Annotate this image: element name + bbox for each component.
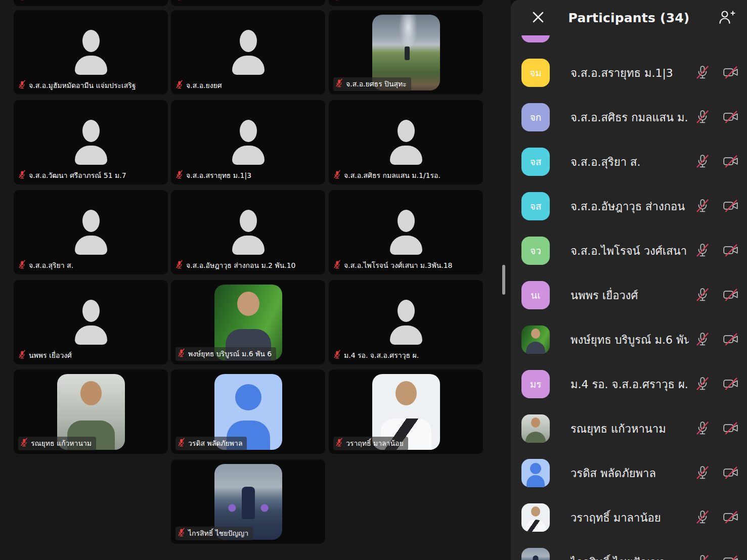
participant-name: จ.ส.อ.สรายุทธ ม.1|3 (570, 64, 689, 82)
participant-row[interactable]: จมจ.ส.อ.สรายุทธ ม.1|3 (511, 51, 747, 95)
participant-name: ม.4 รอ. จ.ส.อ.ศราวุธ ผ. (570, 376, 689, 393)
camera-muted-icon (722, 243, 739, 259)
mic-muted-button[interactable] (694, 420, 711, 437)
video-tile[interactable]: จ.ส.อ.ไพโรจน์ วงศ์เสนา ม.3พัน.18 (329, 190, 483, 274)
camera-muted-icon (722, 465, 739, 482)
participant-name-label: รณยุทธ แก้วหานาม (18, 437, 96, 450)
camera-muted-button[interactable] (722, 464, 739, 482)
participant-name: จ.ส.อ.ยงยศ (186, 80, 222, 91)
person-blue-profile-photo (521, 459, 550, 487)
camera-muted-icon (722, 509, 739, 526)
mic-muted-button[interactable] (694, 242, 711, 259)
participant-name-label: จ.ส.อ.ยงยศ (175, 80, 222, 91)
participant-row[interactable]: จสจ.ส.อ.สุริยา ส. (511, 139, 747, 184)
video-tile[interactable] (14, 0, 168, 6)
close-panel-button[interactable] (527, 7, 549, 29)
video-tile[interactable]: นพพร เยื่อวงศ์ (14, 280, 168, 364)
video-tile[interactable]: พงษ์ยุทธ บริบูรณ์ ม.6 พัน 6 (171, 280, 325, 364)
mic-muted-button[interactable] (694, 376, 711, 393)
mic-muted-icon (175, 170, 183, 181)
mic-muted-icon (20, 438, 28, 449)
temple-profile-photo (521, 548, 550, 560)
camera-muted-button[interactable] (722, 64, 739, 81)
mic-muted-button[interactable] (694, 153, 711, 170)
mic-muted-button[interactable] (694, 464, 711, 482)
mic-muted-icon (695, 109, 710, 126)
participant-row[interactable]: จกจ.ส.อ.สศิธร กมลแสน ม.1/... (511, 95, 747, 139)
participant-row[interactable]: วรดิส พลัดภัยพาล (511, 451, 747, 495)
camera-muted-icon (722, 554, 739, 560)
participant-avatar-initials: จส (521, 192, 550, 220)
participant-row[interactable]: รณยุทธ แก้วหานาม (511, 406, 747, 451)
camera-muted-button[interactable] (722, 198, 739, 215)
mic-muted-button[interactable] (694, 331, 711, 348)
mic-muted-button[interactable] (694, 509, 711, 526)
participant-avatar-initials: จม (521, 59, 550, 87)
mic-muted-button[interactable] (694, 287, 711, 304)
camera-muted-icon (722, 35, 739, 37)
camera-muted-button[interactable] (722, 35, 739, 37)
participant-name-label: วราฤทธิ์ มาลาน้อย (333, 437, 408, 450)
participant-row[interactable]: นเนพพร เยื่อวงศ์ (511, 273, 747, 317)
camera-muted-button[interactable] (722, 509, 739, 526)
avatar-silhouette-icon (171, 0, 325, 6)
person-add-icon (718, 9, 736, 27)
participant-name-label: จ.ส.อ.อัษฎาวุธ ส่างกอน ม.2 พัน.10 (175, 260, 296, 271)
video-tile[interactable]: ม.4 รอ. จ.ส.อ.ศราวุธ ผ. (329, 280, 483, 364)
mic-muted-icon (18, 260, 26, 271)
participant-avatar-initials: นเ (521, 281, 550, 309)
participant-name-label: จ.ส.อ.ยศธร ปินสุทะ (333, 77, 411, 91)
participant-name: จ.ส.อ.ไพโรจน์ วงศ์เสนา ม... (570, 242, 689, 260)
video-tile[interactable]: ไกรสิทธิ์ ไชยปัญญา (171, 459, 325, 544)
add-participant-button[interactable] (716, 7, 738, 29)
participants-list: จมจ.ส.อ.สรายุทธ ม.1|3จกจ.ส.อ.สศิธร กมลแส… (511, 35, 747, 560)
camera-muted-icon (722, 421, 739, 437)
mic-muted-button[interactable] (694, 198, 711, 215)
participant-row[interactable]: วราฤทธิ์ มาลาน้อย (511, 495, 747, 540)
participant-row[interactable]: จสจ.ส.อ.อัษฎาวุธ ส่างกอน ม... (511, 184, 747, 228)
video-tile[interactable]: รณยุทธ แก้วหานาม (14, 369, 168, 454)
mic-muted-icon (333, 170, 341, 181)
camera-muted-button[interactable] (722, 331, 739, 348)
participant-row[interactable]: พงษ์ยุทธ บริบูรณ์ ม.6 พัน 6 (511, 317, 747, 362)
mic-muted-button[interactable] (694, 553, 711, 560)
video-tile[interactable] (329, 0, 483, 6)
participant-row[interactable]: ไกรสิทธิ์ ไชยปัญญา (511, 540, 747, 560)
mic-muted-button[interactable] (694, 64, 711, 81)
participant-name-label: จ.ส.อ.สศิธร กมลแสน ม.1/1รอ. (333, 170, 441, 181)
camera-muted-button[interactable] (722, 420, 739, 437)
video-tile[interactable]: วรดิส พลัดภัยพาล (171, 369, 325, 454)
video-tile[interactable]: จ.ส.อ.วัฒนา ศรีอาภรณ์ 51 ม.7 (14, 100, 168, 184)
video-tile[interactable]: จ.ส.อ.อัษฎาวุธ ส่างกอน ม.2 พัน.10 (171, 190, 325, 274)
participant-name-label: จ.ส.อ.สุริยา ส. (18, 260, 73, 271)
participant-name: วราฤทธิ์ มาลาน้อย (346, 438, 404, 449)
camera-muted-icon (722, 376, 739, 393)
grid-scrollbar[interactable] (502, 265, 505, 295)
mic-muted-button[interactable] (694, 35, 711, 37)
avatar-initials: จว (530, 243, 541, 258)
video-tile[interactable]: จ.ส.อ.ยงยศ (171, 10, 325, 95)
video-tile[interactable] (171, 0, 325, 6)
mic-muted-icon (18, 350, 26, 361)
participant-row-partial[interactable] (511, 35, 747, 51)
camera-muted-button[interactable] (722, 376, 739, 393)
camera-muted-button[interactable] (722, 287, 739, 304)
camera-muted-button[interactable] (722, 242, 739, 259)
participant-row[interactable]: จวจ.ส.อ.ไพโรจน์ วงศ์เสนา ม... (511, 228, 747, 273)
video-tile[interactable]: จ.ส.อ.สรายุทธ ม.1|3 (171, 100, 325, 184)
camera-muted-button[interactable] (722, 553, 739, 560)
participant-row[interactable]: มรม.4 รอ. จ.ส.อ.ศราวุธ ผ. (511, 362, 747, 406)
camera-muted-button[interactable] (722, 153, 739, 170)
video-tile[interactable]: จ.ส.อ.สุริยา ส. (14, 190, 168, 274)
participant-name: พงษ์ยุทธ บริบูรณ์ ม.6 พัน 6 (188, 348, 272, 359)
mic-muted-button[interactable] (694, 109, 711, 126)
camera-muted-button[interactable] (722, 109, 739, 126)
mic-muted-icon (695, 509, 710, 526)
video-tile[interactable]: วราฤทธิ์ มาลาน้อย (329, 369, 483, 454)
video-tile[interactable]: จ.ส.อ.สศิธร กมลแสน ม.1/1รอ. (329, 100, 483, 184)
participant-name-label: จ.ส.อ.ไพโรจน์ วงศ์เสนา ม.3พัน.18 (333, 260, 452, 271)
video-tile[interactable]: จ.ส.อ.ยศธร ปินสุทะ (329, 10, 483, 95)
participant-avatar-initials: มร (521, 370, 550, 398)
video-tile[interactable]: จ.ส.อ.มูฮัมหมัดอามีน แจ่มประเสริฐ (14, 10, 168, 95)
camera-muted-icon (722, 109, 739, 126)
